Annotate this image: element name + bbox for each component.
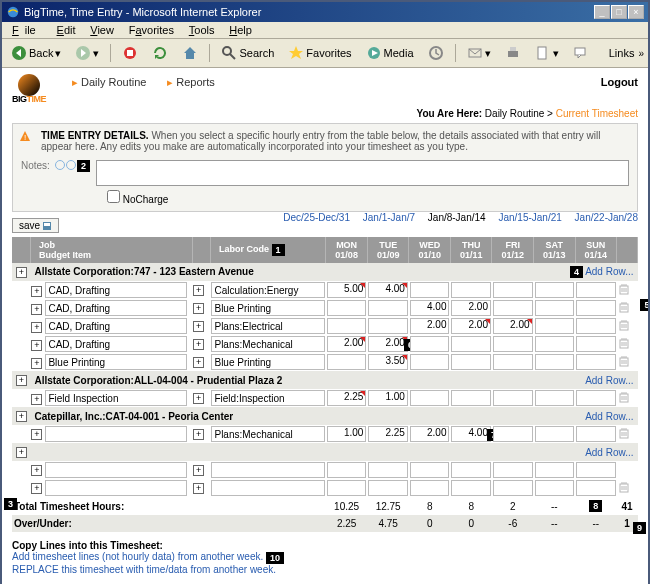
week-4[interactable]: Jan/15-Jan/21: [498, 212, 561, 223]
menu-help[interactable]: Help: [223, 22, 258, 38]
hour-cell[interactable]: [410, 354, 450, 370]
job-input[interactable]: [45, 426, 187, 442]
laborcode-input[interactable]: [211, 462, 324, 478]
delete-icon[interactable]: [618, 301, 630, 313]
expand-button[interactable]: +: [16, 375, 27, 386]
notes-prev-button[interactable]: [55, 160, 65, 170]
hour-cell[interactable]: [451, 336, 491, 352]
expand-button[interactable]: +: [193, 357, 204, 368]
expand-button[interactable]: +: [193, 321, 204, 332]
add-row-link[interactable]: Add Row...: [585, 375, 633, 386]
discuss-button[interactable]: [568, 42, 594, 64]
expand-button[interactable]: +: [31, 358, 42, 369]
hour-cell[interactable]: [493, 354, 533, 370]
nocharge-checkbox[interactable]: [107, 190, 120, 203]
hour-cell[interactable]: 2.00: [493, 318, 533, 334]
forward-button[interactable]: ▾: [70, 42, 104, 64]
favorites-button[interactable]: Favorites: [283, 42, 356, 64]
hour-cell[interactable]: [535, 462, 575, 478]
expand-button[interactable]: +: [31, 340, 42, 351]
hour-cell[interactable]: [535, 300, 575, 316]
expand-button[interactable]: +: [193, 303, 204, 314]
hour-cell[interactable]: 2.00: [451, 300, 491, 316]
hour-cell[interactable]: [535, 426, 575, 442]
job-input[interactable]: [45, 354, 187, 370]
laborcode-input[interactable]: [211, 426, 324, 442]
hour-cell[interactable]: [535, 480, 575, 496]
week-5[interactable]: Jan/22-Jan/28: [575, 212, 638, 223]
hour-cell[interactable]: [451, 462, 491, 478]
save-button[interactable]: save: [12, 218, 59, 233]
nav-daily-routine[interactable]: ▸Daily Routine: [72, 76, 146, 88]
menu-file[interactable]: File: [6, 22, 48, 38]
hour-cell[interactable]: [535, 282, 575, 298]
hour-cell[interactable]: [576, 390, 616, 406]
hour-cell[interactable]: [493, 480, 533, 496]
expand-button[interactable]: +: [16, 267, 27, 278]
hour-cell[interactable]: 2.00: [410, 318, 450, 334]
hour-cell[interactable]: 2.00: [410, 426, 450, 442]
links-label[interactable]: Links: [609, 47, 635, 59]
logout-link[interactable]: Logout: [601, 76, 638, 88]
minimize-button[interactable]: _: [594, 5, 610, 19]
edit-page-button[interactable]: ▾: [530, 42, 564, 64]
hour-cell[interactable]: [576, 354, 616, 370]
delete-icon[interactable]: [618, 481, 630, 493]
hour-cell[interactable]: [576, 426, 616, 442]
delete-icon[interactable]: [618, 427, 630, 439]
hour-cell[interactable]: [493, 300, 533, 316]
hour-cell[interactable]: [410, 336, 450, 352]
hour-cell[interactable]: [368, 318, 408, 334]
delete-icon[interactable]: [618, 355, 630, 367]
media-button[interactable]: Media: [361, 42, 419, 64]
week-2[interactable]: Jan/1-Jan/7: [363, 212, 415, 223]
delete-icon[interactable]: [618, 319, 630, 331]
expand-button[interactable]: +: [16, 447, 27, 458]
laborcode-input[interactable]: [211, 282, 324, 298]
hour-cell[interactable]: [493, 426, 533, 442]
expand-button[interactable]: +: [193, 393, 204, 404]
laborcode-input[interactable]: [211, 390, 324, 406]
menu-edit[interactable]: Edit: [51, 22, 82, 38]
job-input[interactable]: [45, 318, 187, 334]
maximize-button[interactable]: □: [611, 5, 627, 19]
delete-icon[interactable]: [618, 283, 630, 295]
nav-reports[interactable]: ▸Reports: [167, 76, 215, 88]
hour-cell[interactable]: [576, 300, 616, 316]
hour-cell[interactable]: [410, 480, 450, 496]
hour-cell[interactable]: [327, 300, 367, 316]
hour-cell[interactable]: [493, 390, 533, 406]
hour-cell[interactable]: 5.00: [327, 282, 367, 298]
hour-cell[interactable]: [368, 480, 408, 496]
hour-cell[interactable]: 2.25: [327, 390, 367, 406]
expand-button[interactable]: +: [193, 429, 204, 440]
expand-button[interactable]: +: [31, 483, 42, 494]
hour-cell[interactable]: [493, 462, 533, 478]
hour-cell[interactable]: [410, 282, 450, 298]
week-1[interactable]: Dec/25-Dec/31: [283, 212, 350, 223]
print-button[interactable]: [500, 42, 526, 64]
expand-button[interactable]: +: [193, 483, 204, 494]
hour-cell[interactable]: 2.25: [368, 426, 408, 442]
hour-cell[interactable]: 2.00: [327, 336, 367, 352]
laborcode-input[interactable]: [211, 300, 324, 316]
mail-button[interactable]: ▾: [462, 42, 496, 64]
job-input[interactable]: [45, 300, 187, 316]
expand-button[interactable]: +: [31, 286, 42, 297]
job-input[interactable]: [45, 336, 187, 352]
delete-icon[interactable]: [618, 391, 630, 403]
history-button[interactable]: [423, 42, 449, 64]
job-input[interactable]: [45, 480, 187, 496]
expand-button[interactable]: +: [31, 304, 42, 315]
hour-cell[interactable]: [493, 282, 533, 298]
search-button[interactable]: Search: [216, 42, 279, 64]
menu-view[interactable]: View: [84, 22, 120, 38]
notes-textarea[interactable]: [96, 160, 629, 186]
expand-button[interactable]: +: [16, 411, 27, 422]
laborcode-input[interactable]: [211, 480, 324, 496]
hour-cell[interactable]: [410, 462, 450, 478]
expand-button[interactable]: +: [31, 394, 42, 405]
hour-cell[interactable]: [576, 336, 616, 352]
hour-cell[interactable]: [451, 390, 491, 406]
hour-cell[interactable]: 4.007: [451, 426, 491, 442]
